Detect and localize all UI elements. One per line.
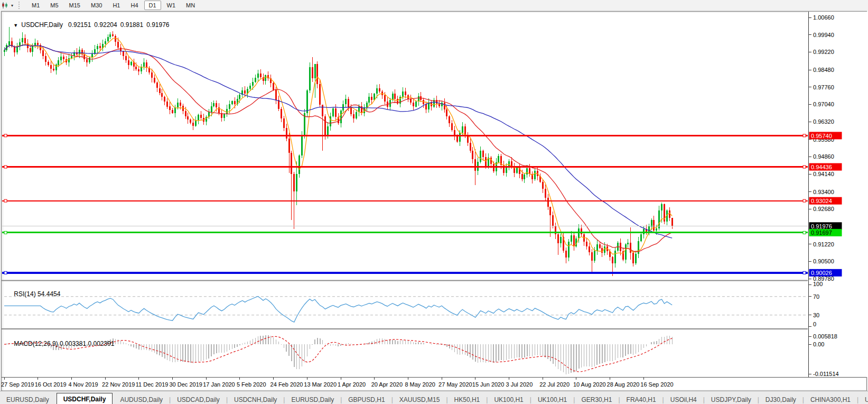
svg-text:30 Dec 2019: 30 Dec 2019 xyxy=(170,381,202,388)
line-handle[interactable] xyxy=(803,231,806,234)
rsi-indicator-label: RSI(14) 54.4454 xyxy=(7,283,60,305)
svg-text:20 Apr 2020: 20 Apr 2020 xyxy=(371,381,403,388)
svg-text:0: 0 xyxy=(813,321,816,327)
price-label-0.91697: 0.91697 xyxy=(809,229,842,236)
svg-text:0.93024: 0.93024 xyxy=(811,198,832,204)
svg-text:0.91220: 0.91220 xyxy=(813,241,834,247)
chart-tab-EURUSD-Daily[interactable]: EURUSD,Daily xyxy=(0,394,55,404)
line-handle[interactable] xyxy=(803,166,806,168)
line-handle[interactable] xyxy=(803,134,806,137)
line-handle[interactable] xyxy=(4,199,7,202)
chart-tab-USOil-H4[interactable]: USOil,H4 xyxy=(664,394,703,404)
quote-close: 0.91976 xyxy=(146,21,169,29)
chart-tab-USDCNH-Daily[interactable]: USDCNH,Daily xyxy=(228,394,283,404)
rsi-value: 54.4454 xyxy=(38,290,60,298)
chart-tab-XAUUSD-M15[interactable]: XAUUSD,M15 xyxy=(393,394,446,404)
svg-text:0.91697: 0.91697 xyxy=(811,229,832,236)
svg-text:28 Aug 2020: 28 Aug 2020 xyxy=(607,381,640,388)
svg-text:70: 70 xyxy=(813,293,819,300)
svg-text:22 Nov 2019: 22 Nov 2019 xyxy=(102,381,135,388)
chart-tab-DJ30-Daily[interactable]: DJ30,Daily xyxy=(759,394,802,404)
svg-text:0.90026: 0.90026 xyxy=(811,270,832,276)
chart-background xyxy=(0,11,868,404)
svg-text:0.90500: 0.90500 xyxy=(813,258,834,264)
macd-value-signal: 0.002391 xyxy=(88,340,114,347)
svg-text:100: 100 xyxy=(813,281,823,287)
symbol-title: USDCHF,Daily xyxy=(21,21,63,29)
line-handle[interactable] xyxy=(4,134,7,137)
svg-text:0.94860: 0.94860 xyxy=(813,153,834,160)
svg-text:-0.011514: -0.011514 xyxy=(813,371,839,377)
price-label-0.95740: 0.95740 xyxy=(809,132,842,139)
svg-text:5 Feb 2020: 5 Feb 2020 xyxy=(237,381,266,388)
line-handle[interactable] xyxy=(803,199,806,202)
svg-text:22 Jul 2020: 22 Jul 2020 xyxy=(539,381,570,388)
chart-tab-EURUSD-Daily[interactable]: EURUSD,Daily xyxy=(285,394,340,404)
chart-tab-HK50-H1[interactable]: HK50,H1 xyxy=(448,394,487,404)
svg-text:10 Aug 2020: 10 Aug 2020 xyxy=(573,381,606,388)
line-handle[interactable] xyxy=(4,166,7,168)
chart-tab-UK100-H1[interactable]: UK100,H1 xyxy=(488,394,529,404)
svg-text:17 Jan 2020: 17 Jan 2020 xyxy=(203,381,235,388)
price-label-0.94436: 0.94436 xyxy=(809,163,842,171)
svg-text:30: 30 xyxy=(813,312,819,318)
svg-text:1.00660: 1.00660 xyxy=(813,14,834,21)
chart-tab-USDCAD-Daily[interactable]: USDCAD,Daily xyxy=(171,394,226,404)
svg-text:0.98480: 0.98480 xyxy=(813,67,834,73)
svg-text:27 Sep 2019: 27 Sep 2019 xyxy=(1,381,34,388)
svg-text:16 Sep 2020: 16 Sep 2020 xyxy=(640,381,673,388)
svg-text:0.94140: 0.94140 xyxy=(813,171,834,177)
line-handle[interactable] xyxy=(4,271,7,274)
macd-indicator-label: MACD(12,26,9) 0.003381 0.002391 xyxy=(7,333,115,355)
chart-tab-USOil-H[interactable]: USOil,H xyxy=(858,394,868,404)
svg-text:3 Jul 2020: 3 Jul 2020 xyxy=(506,381,533,388)
price-label-0.91976: 0.91976 xyxy=(809,222,842,229)
chart-tab-GBPUSD-H1[interactable]: GBPUSD,H1 xyxy=(342,394,391,404)
svg-text:0.00: 0.00 xyxy=(813,341,824,347)
chart-tab-bar: EURUSD,DailyUSDCHF,DailyAUDUSD,Daily|USD… xyxy=(0,391,868,404)
svg-text:11 Dec 2019: 11 Dec 2019 xyxy=(136,381,169,388)
mt4-window: ▾ M1M5M15M30H1H4D1W1MN 1.006600.999400.9… xyxy=(0,0,868,404)
svg-text:0.95740: 0.95740 xyxy=(811,133,832,139)
svg-text:0.99220: 0.99220 xyxy=(813,49,834,55)
svg-text:24 Feb 2020: 24 Feb 2020 xyxy=(270,381,303,388)
chart-tab-GER30-H1[interactable]: GER30,H1 xyxy=(575,394,618,404)
chart-tab-USDJPY-Daily[interactable]: USDJPY,Daily xyxy=(705,394,758,404)
svg-text:13 Mar 2020: 13 Mar 2020 xyxy=(304,381,337,388)
price-label-0.90026: 0.90026 xyxy=(809,269,842,277)
svg-text:0.96320: 0.96320 xyxy=(813,118,834,125)
quote-high: 0.92204 xyxy=(94,21,117,29)
svg-text:4 Nov 2019: 4 Nov 2019 xyxy=(68,381,98,388)
quote-low: 0.91881 xyxy=(120,21,143,29)
svg-text:0.005818: 0.005818 xyxy=(813,333,837,339)
quote-open: 0.92151 xyxy=(68,21,91,29)
svg-text:8 May 2020: 8 May 2020 xyxy=(405,381,435,388)
svg-text:16 Oct 2019: 16 Oct 2019 xyxy=(35,381,67,388)
chart-tab-AUDUSD-Daily[interactable]: AUDUSD,Daily xyxy=(114,394,169,404)
svg-text:0.97040: 0.97040 xyxy=(813,101,834,107)
chart-header: ▼USDCHF,Daily0.921510.922040.918810.9197… xyxy=(6,14,173,36)
chart-canvas[interactable]: 1.006600.999400.992200.984800.977600.970… xyxy=(0,0,868,404)
svg-text:1 Apr 2020: 1 Apr 2020 xyxy=(338,381,366,388)
macd-name: MACD(12,26,9) xyxy=(14,340,58,347)
svg-text:15 Jun 2020: 15 Jun 2020 xyxy=(472,381,505,388)
symbol-dropdown-icon[interactable]: ▼ xyxy=(13,23,18,28)
chart-tab-UK100-H1[interactable]: UK100,H1 xyxy=(531,394,573,404)
svg-text:0.91976: 0.91976 xyxy=(811,223,832,229)
svg-text:27 May 2020: 27 May 2020 xyxy=(438,381,472,388)
macd-value-main: 0.003381 xyxy=(60,340,86,347)
line-handle[interactable] xyxy=(4,231,7,234)
svg-text:0.99940: 0.99940 xyxy=(813,32,834,38)
line-handle[interactable] xyxy=(803,271,806,274)
svg-text:0.94436: 0.94436 xyxy=(811,164,832,170)
chart-tab-USDCHF-Daily[interactable]: USDCHF,Daily xyxy=(57,393,113,404)
chart-tab-FRA40-H1[interactable]: FRA40,H1 xyxy=(620,394,662,404)
svg-text:0.97760: 0.97760 xyxy=(813,84,834,90)
svg-text:0.93400: 0.93400 xyxy=(813,189,834,195)
price-label-0.93024: 0.93024 xyxy=(809,197,842,205)
rsi-name: RSI(14) xyxy=(14,290,35,298)
chart-tab-CHINA300-H1[interactable]: CHINA300,H1 xyxy=(804,394,857,404)
svg-text:0.92680: 0.92680 xyxy=(813,206,834,212)
